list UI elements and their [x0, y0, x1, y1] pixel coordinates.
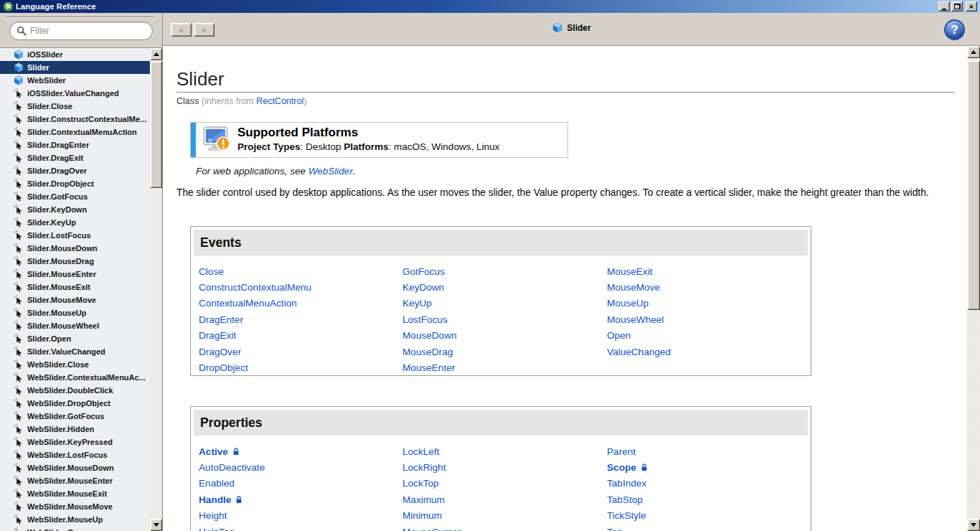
sidebar-item-webslider-mouseup[interactable]: WebSlider.MouseUp [0, 513, 150, 526]
property-link-maximum[interactable]: Maximum [402, 492, 461, 507]
sidebar-item-webslider-dropobject[interactable]: WebSlider.DropObject [0, 397, 150, 410]
rectcontrol-link[interactable]: RectControl [256, 96, 303, 106]
sidebar-item-iosslider-valuechanged[interactable]: iOSSlider.ValueChanged [0, 87, 150, 100]
sidebar-item-webslider-mouseexit[interactable]: WebSlider.MouseExit [0, 487, 150, 500]
sidebar-item-webslider-open[interactable]: WebSlider.Open [0, 526, 150, 531]
scroll-up-button[interactable] [150, 48, 162, 60]
event-link-open[interactable]: Open [607, 328, 671, 344]
event-link-lostfocus[interactable]: LostFocus [402, 311, 457, 327]
scroll-down-button[interactable] [150, 519, 162, 531]
property-link-height[interactable]: Height [199, 508, 265, 524]
minimize-button[interactable] [938, 1, 950, 11]
sidebar-item-slider-contextualmenuaction[interactable]: Slider.ContextualMenuAction [0, 126, 150, 138]
sidebar-item-slider-mouseexit[interactable]: Slider.MouseExit [0, 281, 150, 293]
sidebar-item-webslider-mousemove[interactable]: WebSlider.MouseMove [0, 500, 150, 513]
event-link-close[interactable]: Close [199, 263, 311, 279]
property-link-mousecursor[interactable]: MouseCursor [402, 524, 461, 531]
property-link-handle[interactable]: Handle [199, 492, 265, 507]
event-link-dropobject[interactable]: DropObject [199, 360, 311, 375]
sidebar-item-webslider-close[interactable]: WebSlider.Close [0, 358, 150, 371]
sidebar-item-webslider-gotfocus[interactable]: WebSlider.GotFocus [0, 410, 150, 423]
sidebar-item-slider-lostfocus[interactable]: Slider.LostFocus [0, 229, 150, 242]
webslider-link[interactable]: WebSlider [308, 166, 353, 177]
event-link-keydown[interactable]: KeyDown [402, 279, 457, 295]
sidebar-item-slider[interactable]: Slider [0, 61, 150, 74]
help-button[interactable]: ? [944, 19, 965, 40]
event-link-dragenter[interactable]: DragEnter [199, 311, 311, 327]
property-link-active[interactable]: Active [199, 443, 265, 459]
event-link-gotfocus[interactable]: GotFocus [402, 263, 457, 279]
event-link-mousedown[interactable]: MouseDown [402, 328, 457, 344]
event-link-mousemove[interactable]: MouseMove [607, 279, 671, 295]
link-label: DragOver [199, 347, 241, 357]
property-link-helptag[interactable]: HelpTag [199, 524, 265, 531]
sidebar-item-slider-dropobject[interactable]: Slider.DropObject [0, 177, 150, 190]
inherits-text: (inherits from [199, 96, 256, 106]
event-link-mouseenter[interactable]: MouseEnter [402, 360, 457, 375]
property-link-minimum[interactable]: Minimum [402, 508, 461, 524]
event-link-dragexit[interactable]: DragExit [199, 328, 311, 344]
property-link-tabindex[interactable]: TabIndex [607, 476, 648, 492]
sidebar-item-slider-mouseup[interactable]: Slider.MouseUp [0, 306, 150, 319]
property-link-tabstop[interactable]: TabStop [607, 492, 648, 507]
event-link-valuechanged[interactable]: ValueChanged [607, 344, 671, 360]
event-link-mouseexit[interactable]: MouseExit [607, 263, 671, 279]
sidebar-item-slider-close[interactable]: Slider.Close [0, 100, 150, 113]
sidebar-item-webslider-hidden[interactable]: WebSlider.Hidden [0, 423, 150, 436]
forward-button[interactable]: > [194, 23, 215, 37]
property-link-locktop[interactable]: LockTop [402, 476, 461, 492]
event-link-mousewheel[interactable]: MouseWheel [607, 311, 671, 327]
sidebar-item-slider-mousedrag[interactable]: Slider.MouseDrag [0, 255, 150, 268]
restore-button[interactable] [951, 1, 963, 11]
sidebar-item-slider-dragenter[interactable]: Slider.DragEnter [0, 138, 150, 151]
sidebar-item-slider-mousewheel[interactable]: Slider.MouseWheel [0, 319, 150, 332]
property-link-tickstyle[interactable]: TickStyle [607, 508, 648, 524]
property-link-top[interactable]: Top [607, 524, 648, 531]
sidebar-item-webslider-contextualmenuac[interactable]: WebSlider.ContextualMenuAc... [0, 371, 150, 384]
filter-box[interactable] [9, 22, 153, 40]
sidebar-item-webslider-mouseenter[interactable]: WebSlider.MouseEnter [0, 474, 150, 487]
event-link-dragover[interactable]: DragOver [199, 344, 311, 360]
event-link-mousedrag[interactable]: MouseDrag [402, 344, 457, 360]
event-link-keyup[interactable]: KeyUp [402, 296, 457, 311]
property-link-lockright[interactable]: LockRight [402, 459, 461, 475]
sidebar-item-slider-keydown[interactable]: Slider.KeyDown [0, 203, 150, 216]
sidebar-item-webslider-doubleclick[interactable]: WebSlider.DoubleClick [0, 384, 150, 397]
sidebar-item-slider-constructcontextualme[interactable]: Slider.ConstructContextualMe... [0, 113, 150, 126]
filter-input[interactable] [30, 26, 146, 36]
sidebar-item-iosslider[interactable]: iOSSlider [0, 48, 150, 61]
event-link-contextualmenuaction[interactable]: ContextualMenuAction [199, 296, 311, 311]
close-button[interactable]: × [966, 1, 977, 11]
scroll-down-button[interactable] [967, 519, 980, 531]
sidebar-item-slider-dragexit[interactable]: Slider.DragExit [0, 151, 150, 164]
sidebar-item-webslider-lostfocus[interactable]: WebSlider.LostFocus [0, 448, 150, 461]
sidebar-item-slider-gotfocus[interactable]: Slider.GotFocus [0, 190, 150, 203]
sidebar-item-label: WebSlider.MouseUp [27, 515, 103, 524]
sidebar-item-webslider[interactable]: WebSlider [0, 74, 150, 87]
property-link-autodeactivate[interactable]: AutoDeactivate [199, 459, 265, 475]
event-link-constructcontextualmenu[interactable]: ConstructContextualMenu [199, 279, 311, 295]
scrollbar-thumb[interactable] [150, 61, 162, 188]
sidebar-item-slider-open[interactable]: Slider.Open [0, 332, 150, 345]
sidebar-item-slider-keyup[interactable]: Slider.KeyUp [0, 216, 150, 229]
sidebar-item-slider-mousedown[interactable]: Slider.MouseDown [0, 242, 150, 255]
sidebar-item-slider-valuechanged[interactable]: Slider.ValueChanged [0, 345, 150, 358]
sidebar-scrollbar[interactable] [150, 48, 162, 531]
property-link-enabled[interactable]: Enabled [199, 476, 265, 492]
titlebar[interactable]: Language Reference × [0, 0, 980, 13]
event-link-mouseup[interactable]: MouseUp [607, 296, 671, 311]
sidebar-item-webslider-mousedown[interactable]: WebSlider.MouseDown [0, 461, 150, 474]
scroll-up-button[interactable] [967, 46, 980, 58]
sidebar-item-slider-mouseenter[interactable]: Slider.MouseEnter [0, 268, 150, 281]
back-button[interactable]: < [171, 23, 192, 37]
property-link-parent[interactable]: Parent [607, 443, 648, 459]
sidebar-item-slider-dragover[interactable]: Slider.DragOver [0, 164, 150, 177]
scrollbar-thumb[interactable] [967, 60, 980, 310]
property-link-scope[interactable]: Scope [607, 459, 648, 475]
link-label: TabStop [607, 494, 643, 505]
sidebar-item-slider-mousemove[interactable]: Slider.MouseMove [0, 293, 150, 306]
property-link-lockleft[interactable]: LockLeft [402, 443, 461, 459]
sidebar-item-webslider-keypressed[interactable]: WebSlider.KeyPressed [0, 436, 150, 448]
event-cursor-icon [14, 527, 24, 531]
content-scrollbar[interactable] [967, 46, 980, 531]
